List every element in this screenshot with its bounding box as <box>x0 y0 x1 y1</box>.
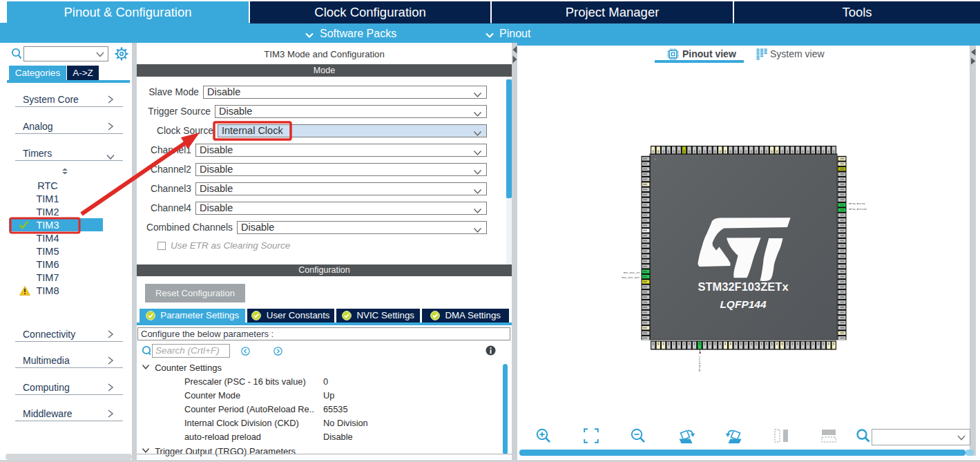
svg-text:GPIO_EXTI7: GPIO_EXTI7 <box>698 355 701 372</box>
svg-text:GPIO_EXTI9: GPIO_EXTI9 <box>849 202 865 205</box>
svg-text:STM32F103ZETx: STM32F103ZETx <box>698 280 789 293</box>
svg-text:RCC_OSC_OUT: RCC_OSC_OUT <box>622 276 640 279</box>
svg-text:LQFP144: LQFP144 <box>720 298 767 310</box>
svg-text:GPIO_EXTI10: GPIO_EXTI10 <box>849 208 867 211</box>
svg-text:RCC_OSC_IN: RCC_OSC_IN <box>624 271 640 274</box>
svg-text:+: + <box>654 157 657 161</box>
